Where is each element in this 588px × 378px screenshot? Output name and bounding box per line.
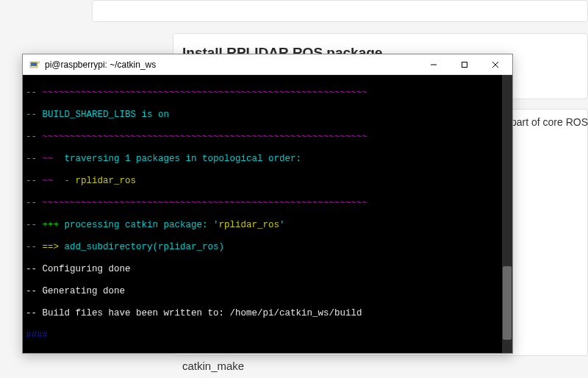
term-text: -- (26, 132, 37, 142)
minimize-button[interactable] (418, 55, 449, 74)
maximize-button[interactable] (449, 55, 480, 74)
term-text: -- Generating done (26, 286, 509, 297)
term-text: -- (26, 176, 37, 186)
term-text: -- (26, 88, 37, 98)
term-text: rplidar_ros (76, 176, 137, 186)
term-text: ~~~~~~~~~~~~~~~~~~~~~~~~~~~~~~~~~~~~~~~~… (43, 132, 368, 142)
term-text: "/home/pi/catkin_ws/build" (241, 352, 390, 353)
scrollbar-thumb[interactable] (503, 266, 512, 340)
term-text: -- (26, 242, 37, 252)
term-text: ==> (43, 242, 60, 252)
terminal-output[interactable]: -- ~~~~~~~~~~~~~~~~~~~~~~~~~~~~~~~~~~~~~… (23, 75, 512, 353)
term-text: +++ (43, 220, 60, 230)
putty-icon (29, 59, 40, 71)
term-text: #### (26, 330, 509, 341)
bg-text-snippet: part of core ROS (511, 116, 588, 128)
term-text: -- (26, 198, 37, 208)
term-text: -- BUILD_SHARED_LIBS is on (26, 110, 509, 121)
term-text: add_subdirectory(rplidar_ros) (59, 242, 224, 252)
terminal-window: pi@raspberrypi: ~/catkin_ws -- ~~~~~~~~~… (22, 54, 513, 354)
term-text: -- (26, 220, 37, 230)
term-text: -- Configuring done (26, 264, 509, 275)
term-text: ~~~~~~~~~~~~~~~~~~~~~~~~~~~~~~~~~~~~~~~~… (43, 88, 368, 98)
term-text: traversing 1 packages in topological ord… (54, 154, 302, 164)
term-text: ~~ (43, 154, 54, 164)
term-text: - (54, 176, 76, 186)
window-controls (418, 55, 511, 74)
terminal-scrollbar[interactable] (502, 75, 512, 353)
term-text: in (230, 352, 241, 353)
term-text: ~~~~~~~~~~~~~~~~~~~~~~~~~~~~~~~~~~~~~~~~… (43, 198, 368, 208)
term-text: rplidar_ros (219, 220, 280, 230)
svg-rect-1 (31, 63, 37, 66)
svg-rect-3 (462, 62, 467, 67)
bg-command-text: catkin_make (182, 360, 244, 372)
close-button[interactable] (480, 55, 511, 74)
term-text: ~~ (43, 176, 54, 186)
term-text: -- Build files have been written to: /ho… (26, 308, 509, 319)
bg-card-top (92, 0, 588, 22)
term-text: #### Running command: (26, 352, 142, 353)
term-text: "make -j4 -l4" (142, 352, 230, 353)
term-text: ' (279, 220, 285, 230)
term-text: processing catkin package: ' (59, 220, 219, 230)
term-text: -- (26, 154, 37, 164)
window-title: pi@raspberrypi: ~/catkin_ws (45, 60, 418, 70)
window-titlebar[interactable]: pi@raspberrypi: ~/catkin_ws (23, 54, 512, 75)
